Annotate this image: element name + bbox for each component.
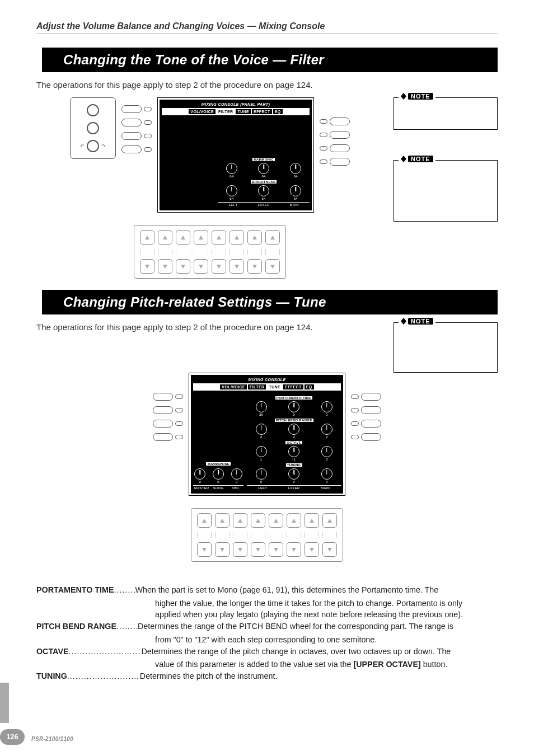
- col-label: LEFT: [247, 485, 278, 490]
- section-intro-tune: The operations for this page apply to st…: [36, 322, 383, 365]
- footer-model-label: PSR-2100/1100: [31, 736, 73, 742]
- knob-icon: [321, 424, 332, 435]
- oval-button: [330, 158, 350, 166]
- tab: EFFECT: [251, 109, 273, 115]
- oval-button-small: [144, 147, 152, 152]
- col-label: SONG: [210, 485, 227, 490]
- knob-value: 2: [288, 435, 299, 439]
- arrow-up-button: [229, 230, 244, 245]
- section-label: OCTAVE: [285, 441, 302, 444]
- arrow-up-button: [194, 230, 208, 245]
- note-box-tune: NOTE: [394, 322, 498, 373]
- note-box-2: NOTE: [394, 160, 498, 222]
- oval-button: [361, 420, 381, 428]
- arrow-up-button: [247, 230, 262, 245]
- oval-button-small: [144, 134, 152, 138]
- col-label: LEFT: [218, 202, 249, 207]
- section-label: TUNING: [286, 463, 302, 467]
- arrow-down-button: [269, 542, 283, 557]
- knob-value: 0: [288, 413, 299, 416]
- oval-button: [121, 145, 142, 153]
- arrow-down-button: [265, 259, 280, 274]
- oval-button: [361, 406, 381, 414]
- panel-right-buttons: [320, 97, 350, 166]
- knob-value: 0: [321, 413, 332, 416]
- knob-icon: [256, 424, 267, 435]
- def-label-portamento: PORTAMENTO TIME: [36, 584, 114, 596]
- note-box-1: NOTE: [394, 97, 498, 130]
- panel-knob-icon: [87, 104, 99, 116]
- def-label-pitchbend: PITCH BEND RANGE: [36, 621, 116, 632]
- col-label: LAYER: [249, 202, 279, 207]
- knob-icon: [226, 185, 237, 196]
- section-label-brightness: BRIGHTNESS: [251, 180, 277, 184]
- tab: VOL/VOICE: [188, 109, 216, 115]
- arrow-up-button: [265, 230, 280, 245]
- oval-button: [121, 132, 142, 140]
- knob-value: 64: [290, 197, 301, 200]
- def-text-part: value of this parameter is added to the …: [155, 660, 353, 669]
- def-label-tuning: TUNING: [36, 670, 67, 682]
- arrow-down-button: [287, 542, 301, 557]
- breadcrumb-header: Adjust the Volume Balance and Changing V…: [36, 21, 498, 34]
- arrow-down-button: [197, 542, 212, 557]
- def-text-cont: from "0" to "12" with each step correspo…: [155, 634, 498, 646]
- section-title-tune: Changing Pitch-related Settings — Tune: [42, 290, 498, 314]
- note-label: NOTE: [408, 156, 433, 162]
- oval-button: [330, 144, 350, 152]
- col-label: MASTER: [193, 485, 210, 490]
- arrow-down-button: [322, 542, 337, 557]
- section-title-filter: Changing the Tone of the Voice — Filter: [42, 48, 498, 72]
- knob-icon: [258, 185, 269, 196]
- knob-value: 39: [256, 413, 267, 416]
- knob-icon: [213, 468, 224, 480]
- knob-icon: [321, 468, 332, 480]
- arrow-down-button: [251, 542, 265, 557]
- page-edge-tab: [0, 683, 9, 723]
- tab: EQ: [273, 109, 283, 115]
- oval-button-small: [351, 435, 359, 439]
- def-text: Determines the range of the PITCH BEND w…: [138, 621, 498, 632]
- tab: FILTER: [247, 384, 266, 390]
- def-text-cont: applied when you play legato (playing th…: [155, 609, 498, 621]
- knob-value: 0: [321, 480, 332, 483]
- panel-left-knobs: ↶↷: [70, 97, 116, 159]
- panel-left-buttons: [121, 97, 152, 153]
- page-number: 126: [0, 729, 25, 745]
- def-text: Determines the range of the pitch change…: [141, 646, 498, 658]
- knob-value: 0: [256, 480, 267, 483]
- oval-button: [153, 406, 173, 414]
- oval-button: [121, 119, 142, 126]
- screen-title-tune: MIXING CONSOLE: [193, 377, 341, 382]
- oval-button-small: [144, 107, 152, 111]
- knob-icon: [231, 468, 242, 480]
- knob-icon: [256, 446, 267, 457]
- screen-tabs-tune: VOL/VOICE FILTER TUNE EFFECT EQ: [193, 383, 341, 391]
- oval-button: [153, 393, 173, 401]
- knob-value: 64: [258, 175, 269, 178]
- knob-icon: [256, 468, 267, 480]
- knob-value: -1: [288, 458, 299, 461]
- arrow-down-button: [212, 259, 226, 274]
- device-row-tune: MIXING CONSOLE VOL/VOICE FILTER TUNE EFF…: [153, 373, 381, 496]
- def-text-cont: value of this parameter is added to the …: [155, 659, 498, 670]
- def-text: Determines the pitch of the instrument.: [140, 670, 498, 682]
- oval-button-small: [144, 120, 152, 125]
- section-label: PORTAMENTO TIME: [275, 396, 313, 400]
- diagram-tune-area: MIXING CONSOLE VOL/VOICE FILTER TUNE EFF…: [36, 373, 498, 562]
- tab: EFFECT: [283, 384, 304, 390]
- arrow-up-button: [215, 513, 229, 528]
- panel-knob-icon: [87, 122, 99, 134]
- screen-tabs: VOL/VOICE FILTER TUNE EFFECT EQ: [162, 108, 310, 115]
- knob-value: 64: [290, 175, 301, 178]
- knob-icon: [288, 401, 299, 412]
- under-buttons-row: [134, 225, 286, 279]
- section-intro-filter: The operations for this page apply to st…: [36, 80, 498, 90]
- oval-button-small: [175, 395, 183, 399]
- col-label: KBD: [227, 485, 243, 490]
- lcd-screen-tune: MIXING CONSOLE VOL/VOICE FILTER TUNE EFF…: [189, 373, 345, 496]
- oval-button: [330, 131, 350, 139]
- knob-value: 64: [226, 197, 237, 200]
- knob-value: 1: [256, 458, 267, 461]
- oval-button-small: [320, 146, 327, 151]
